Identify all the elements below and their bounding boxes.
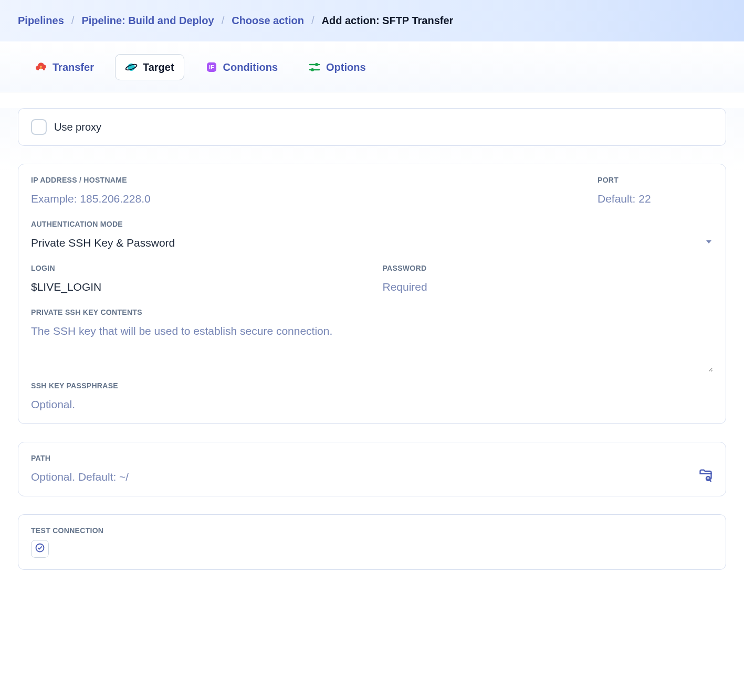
tabs: Transfer Target IF Conditions [0, 41, 744, 92]
tabs-wrapper: Transfer Target IF Conditions [0, 41, 744, 92]
password-label: Password [383, 264, 714, 272]
planet-icon [125, 61, 138, 73]
svg-point-5 [315, 63, 318, 66]
breadcrumb-current: Add action: SFTP Transfer [322, 15, 454, 27]
passphrase-label: SSH key passphrase [31, 381, 713, 390]
use-proxy-row: Use proxy [18, 108, 726, 146]
browse-folder-icon[interactable] [698, 468, 713, 484]
conditions-icon: IF [205, 61, 218, 73]
auth-mode-value: Private SSH Key & Password [31, 237, 175, 249]
tab-conditions[interactable]: IF Conditions [196, 55, 287, 80]
chevron-down-icon [705, 238, 713, 248]
tab-label: Target [143, 61, 174, 73]
path-label: Path [31, 454, 713, 462]
svg-text:IF: IF [209, 64, 214, 70]
breadcrumb: Pipelines / Pipeline: Build and Deploy /… [0, 0, 744, 41]
ssh-key-label: Private SSH key contents [31, 308, 713, 316]
test-connection-card: Test connection [18, 514, 726, 570]
tab-label: Conditions [223, 61, 278, 73]
breadcrumb-pipelines[interactable]: Pipelines [18, 15, 64, 27]
sliders-icon [308, 61, 321, 73]
svg-point-7 [311, 68, 314, 71]
auth-mode-select[interactable]: Private SSH Key & Password [31, 234, 713, 250]
use-proxy-checkbox[interactable] [31, 119, 47, 135]
main-content: Use proxy IP Address / Hostname Port Aut… [0, 108, 744, 591]
cloud-upload-icon [35, 61, 47, 73]
password-input[interactable] [383, 278, 714, 294]
login-label: Login [31, 264, 362, 272]
connection-card: IP Address / Hostname Port Authenticatio… [18, 164, 726, 424]
tab-label: Transfer [53, 61, 94, 73]
path-input[interactable] [31, 468, 690, 484]
ssh-key-textarea[interactable] [31, 322, 713, 372]
check-circle-icon [35, 543, 45, 555]
svg-line-9 [710, 480, 711, 482]
test-connection-button[interactable] [31, 540, 49, 558]
breadcrumb-separator: / [71, 15, 75, 27]
passphrase-input[interactable] [31, 395, 713, 412]
tab-label: Options [326, 61, 366, 73]
breadcrumb-separator: / [311, 15, 315, 27]
host-input[interactable] [31, 189, 577, 206]
port-input[interactable] [598, 189, 713, 206]
tab-options[interactable]: Options [299, 55, 375, 80]
login-input[interactable] [31, 278, 362, 294]
tab-transfer[interactable]: Transfer [25, 55, 103, 80]
auth-mode-label: Authentication Mode [31, 220, 713, 228]
breadcrumb-choose-action[interactable]: Choose action [232, 15, 304, 27]
tab-target[interactable]: Target [115, 54, 184, 80]
breadcrumb-separator: / [222, 15, 225, 27]
breadcrumb-pipeline[interactable]: Pipeline: Build and Deploy [81, 15, 214, 27]
host-label: IP Address / Hostname [31, 176, 577, 184]
port-label: Port [598, 176, 713, 184]
use-proxy-label: Use proxy [54, 121, 101, 133]
test-connection-label: Test connection [31, 526, 713, 535]
path-card: Path [18, 442, 726, 496]
